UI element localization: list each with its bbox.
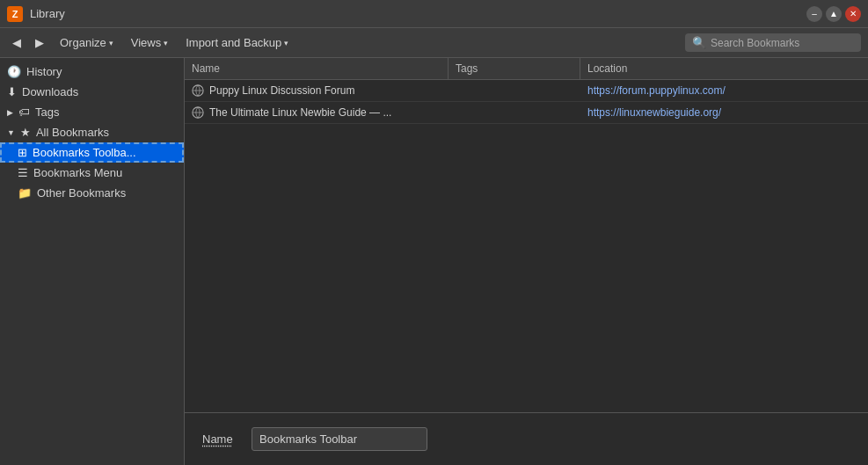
row2-name: The Ultimate Linux Newbie Guide — ... xyxy=(185,102,449,123)
sidebar: 🕐 History ⬇ Downloads ▶ 🏷 Tags ▼ ★ All B… xyxy=(0,58,185,465)
organize-caret: ▾ xyxy=(109,39,113,47)
name-field-label: Name xyxy=(202,432,237,446)
import-backup-caret: ▾ xyxy=(284,39,288,47)
name-field-input[interactable] xyxy=(252,427,427,451)
bookmarks-menu-icon: ☰ xyxy=(18,166,28,179)
search-box: 🔍 xyxy=(685,33,861,52)
forward-button[interactable]: ▶ xyxy=(30,33,49,53)
tags-expand-icon: ▶ xyxy=(7,108,13,117)
bookmarks-table: Name Tags Location Puppy Linux Discussio… xyxy=(185,58,868,412)
back-button[interactable]: ◀ xyxy=(7,33,26,53)
views-label: Views xyxy=(131,36,161,49)
views-caret: ▾ xyxy=(164,39,168,47)
maximize-button[interactable]: ▲ xyxy=(826,6,842,22)
close-button[interactable]: ✕ xyxy=(845,6,861,22)
app-logo: Z xyxy=(7,6,23,22)
row1-location: https://forum.puppylinux.com/ xyxy=(580,80,868,101)
history-icon: 🕐 xyxy=(7,65,21,78)
col-header-tags[interactable]: Tags xyxy=(449,58,580,79)
sidebar-item-bookmarks-toolbar[interactable]: ⊞ Bookmarks Toolba... xyxy=(0,142,184,163)
sidebar-item-label: History xyxy=(26,65,62,78)
content-area: Name Tags Location Puppy Linux Discussio… xyxy=(185,58,868,465)
all-bookmarks-expand-icon: ▼ xyxy=(7,128,15,137)
window-controls: – ▲ ✕ xyxy=(806,6,861,22)
views-menu[interactable]: Views ▾ xyxy=(124,33,175,53)
sidebar-item-label: Other Bookmarks xyxy=(37,186,126,200)
search-input[interactable] xyxy=(711,37,854,49)
bookmarks-toolbar-icon: ⊞ xyxy=(18,146,27,159)
sidebar-item-all-bookmarks[interactable]: ▼ ★ All Bookmarks xyxy=(0,122,184,142)
row2-location: https://linuxnewbieguide.org/ xyxy=(580,102,868,123)
import-backup-label: Import and Backup xyxy=(186,36,281,49)
sidebar-item-label: Tags xyxy=(35,105,59,119)
row1-tags xyxy=(449,86,580,95)
row1-name: Puppy Linux Discussion Forum xyxy=(185,80,449,101)
minimize-button[interactable]: – xyxy=(806,6,822,22)
sidebar-item-tags[interactable]: ▶ 🏷 Tags xyxy=(0,102,184,122)
sidebar-item-other-bookmarks[interactable]: 📁 Other Bookmarks xyxy=(0,183,184,203)
sidebar-item-history[interactable]: 🕐 History xyxy=(0,62,184,82)
search-icon: 🔍 xyxy=(692,36,706,49)
tags-icon: 🏷 xyxy=(18,105,30,119)
sidebar-item-downloads[interactable]: ⬇ Downloads xyxy=(0,82,184,102)
row2-tags xyxy=(449,108,580,117)
col-header-location[interactable]: Location xyxy=(580,58,868,79)
table-row[interactable]: Puppy Linux Discussion Forum https://for… xyxy=(185,80,868,102)
downloads-icon: ⬇ xyxy=(7,85,17,98)
titlebar-left: Z Library xyxy=(7,6,65,22)
sidebar-item-label: Downloads xyxy=(22,85,78,98)
table-header: Name Tags Location xyxy=(185,58,868,80)
organize-menu[interactable]: Organize ▾ xyxy=(53,33,120,53)
all-bookmarks-icon: ★ xyxy=(20,126,31,139)
sidebar-item-label: Bookmarks Menu xyxy=(33,166,122,179)
name-editor: Name xyxy=(185,412,868,465)
globe-icon xyxy=(192,84,204,97)
sidebar-item-label: All Bookmarks xyxy=(36,126,109,139)
organize-label: Organize xyxy=(60,36,106,49)
globe-icon xyxy=(192,106,204,119)
import-backup-menu[interactable]: Import and Backup ▾ xyxy=(179,33,295,53)
table-row[interactable]: The Ultimate Linux Newbie Guide — ... ht… xyxy=(185,102,868,124)
window-title: Library xyxy=(30,7,65,20)
sidebar-item-bookmarks-menu[interactable]: ☰ Bookmarks Menu xyxy=(0,163,184,183)
sidebar-item-label: Bookmarks Toolba... xyxy=(33,146,136,159)
other-bookmarks-icon: 📁 xyxy=(18,186,32,200)
titlebar: Z Library – ▲ ✕ xyxy=(0,0,868,28)
main-layout: 🕐 History ⬇ Downloads ▶ 🏷 Tags ▼ ★ All B… xyxy=(0,58,868,465)
menubar: ◀ ▶ Organize ▾ Views ▾ Import and Backup… xyxy=(0,28,868,58)
col-header-name[interactable]: Name xyxy=(185,58,449,79)
